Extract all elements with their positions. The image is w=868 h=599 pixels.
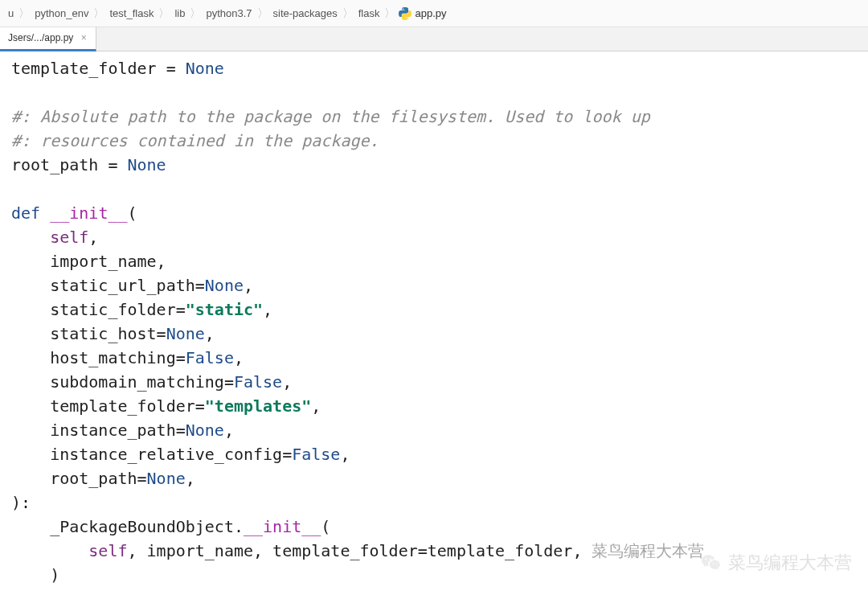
chevron-right-icon: 〉	[384, 6, 395, 21]
close-icon[interactable]: ×	[78, 32, 89, 43]
code-text: template_folder =	[11, 59, 186, 78]
code-text: root_path =	[11, 155, 128, 174]
code-none: None	[205, 276, 244, 295]
code-text: ,	[205, 324, 215, 343]
code-text: ,	[224, 421, 234, 440]
code-string: "static"	[186, 300, 263, 319]
breadcrumb-item-test-flask[interactable]: test_flask	[109, 7, 154, 19]
code-none: None	[147, 469, 186, 488]
code-self: self	[88, 541, 127, 560]
tab-app-py[interactable]: Jsers/.../app.py ×	[0, 27, 96, 51]
chevron-right-icon: 〉	[158, 6, 170, 21]
code-false: False	[186, 348, 234, 367]
chevron-right-icon: 〉	[190, 6, 201, 21]
code-text: ,	[234, 348, 244, 367]
breadcrumb-item-lib[interactable]: lib	[174, 7, 185, 19]
tab-label: Jsers/.../app.py	[8, 32, 73, 43]
code-text: template_folder=	[11, 396, 205, 416]
chevron-right-icon: 〉	[18, 6, 30, 21]
code-text: ,	[88, 228, 98, 247]
code-string: "templates"	[205, 396, 311, 416]
code-kw-def: def	[11, 203, 40, 223]
code-dunder: __init__	[244, 517, 321, 536]
code-watermark-overlap: 菜鸟编程大本营	[592, 541, 704, 560]
code-text: (	[128, 203, 137, 223]
code-comment: #: resources contained in the package.	[11, 131, 379, 150]
code-text: static_url_path=	[11, 276, 205, 295]
breadcrumb-leading: u	[8, 7, 14, 19]
breadcrumb-item-flask[interactable]: flask	[358, 7, 380, 19]
breadcrumb-file-label: app.py	[415, 7, 446, 19]
breadcrumb-item-python37[interactable]: python3.7	[206, 7, 252, 19]
chevron-right-icon: 〉	[342, 6, 354, 21]
tab-bar: Jsers/.../app.py ×	[0, 27, 868, 51]
watermark: 菜鸟编程大本营	[701, 551, 852, 575]
code-text: ,	[340, 445, 350, 464]
code-none: None	[166, 324, 205, 343]
wechat-icon	[701, 552, 722, 573]
code-text: static_host=	[11, 324, 166, 343]
code-false: False	[292, 445, 340, 464]
code-text: root_path=	[11, 469, 147, 488]
watermark-text: 菜鸟编程大本营	[728, 551, 852, 575]
code-text: instance_relative_config=	[11, 445, 292, 464]
code-editor[interactable]: template_folder = None #: Absolute path …	[0, 51, 868, 592]
code-self: self	[50, 228, 88, 247]
code-false: False	[234, 372, 282, 392]
code-comment: #: Absolute path to the package on the f…	[11, 107, 650, 126]
code-text: subdomain_matching=	[11, 372, 234, 392]
code-text: ,	[282, 372, 292, 392]
code-text: (	[321, 517, 330, 536]
chevron-right-icon: 〉	[93, 6, 104, 21]
code-text: host_matching=	[11, 348, 186, 367]
python-file-icon	[399, 7, 411, 20]
code-text: _PackageBoundObject.	[11, 517, 244, 536]
code-text: instance_path=	[11, 421, 186, 440]
breadcrumb-item-site-packages[interactable]: site-packages	[273, 7, 338, 19]
code-text: )	[11, 565, 59, 585]
chevron-right-icon: 〉	[257, 6, 268, 21]
breadcrumb: u 〉 python_env 〉 test_flask 〉 lib 〉 pyth…	[0, 0, 868, 27]
code-text: , import_name, template_folder=template_…	[128, 541, 592, 560]
breadcrumb-file[interactable]: app.py	[399, 7, 446, 20]
code-text: ,	[311, 396, 321, 416]
breadcrumb-item-python-env[interactable]: python_env	[35, 7, 88, 19]
code-dunder: __init__	[50, 203, 127, 223]
code-none: None	[128, 155, 166, 174]
code-none: None	[186, 59, 224, 78]
code-text: ):	[11, 493, 31, 512]
code-text: ,	[263, 300, 272, 319]
code-none: None	[186, 421, 224, 440]
code-text: ,	[186, 469, 195, 488]
code-text: import_name,	[11, 252, 166, 271]
code-text: ,	[244, 276, 253, 295]
code-text	[11, 541, 88, 560]
code-text: static_folder=	[11, 300, 186, 319]
